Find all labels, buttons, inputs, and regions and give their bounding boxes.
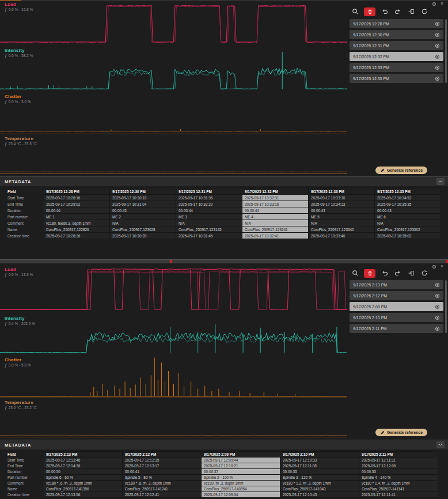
sync-button[interactable] bbox=[420, 7, 428, 16]
recording-item[interactable]: 9/17/2025 12:30 PM bbox=[350, 30, 443, 39]
metadata-cell: 2025-09-17 10:35:35 bbox=[375, 201, 441, 207]
intensity-chart[interactable]: Intensity ƒ0.0 % - 58.2 % bbox=[0, 46, 347, 92]
intensity-chart[interactable]: Intensity ƒ0.4 % - 202.0 % bbox=[0, 314, 347, 356]
metadata-grid: Field9/17/2025 12:28 PM9/17/2025 12:30 P… bbox=[5, 188, 441, 239]
metadata-column-header: 9/17/2025 2:09 PM bbox=[202, 452, 280, 458]
metadata-cell: 00:00:44 bbox=[242, 207, 309, 214]
search-button[interactable] bbox=[351, 269, 359, 278]
close-icon[interactable]: × bbox=[441, 264, 443, 269]
pencil-icon bbox=[380, 430, 385, 435]
recording-label: 9/17/2025 12:31 PM bbox=[353, 44, 389, 48]
generate-reference-label: Generate reference bbox=[387, 430, 423, 434]
target-icon[interactable] bbox=[435, 65, 440, 70]
metadata-cell: 2025-09-17 10:29:02 bbox=[44, 201, 110, 207]
metadata-cell: 00:00:41 bbox=[123, 469, 202, 475]
metadata-field-header: Field bbox=[5, 188, 44, 195]
recording-item[interactable]: 9/17/2025 12:28 PM bbox=[350, 19, 443, 28]
recording-item[interactable]: 9/17/2025 2:11 PM bbox=[350, 324, 443, 333]
target-icon[interactable] bbox=[435, 76, 440, 81]
redo-button[interactable] bbox=[393, 7, 402, 16]
settings-icon[interactable] bbox=[432, 2, 436, 6]
target-icon[interactable] bbox=[435, 326, 440, 331]
recording-label: 9/17/2025 12:33 PM bbox=[353, 66, 389, 70]
collapse-metadata-button[interactable] bbox=[436, 178, 445, 185]
target-icon[interactable] bbox=[435, 43, 440, 48]
temperature-chart[interactable]: Temperature ƒ23.4 °C - 23.5 °C bbox=[0, 134, 347, 173]
sync-icon bbox=[421, 8, 428, 15]
metadata-cell: Spindle 6 - 60 % bbox=[44, 475, 123, 481]
recordings-list: 9/17/2025 12:28 PM9/17/2025 12:30 PM9/17… bbox=[350, 19, 443, 83]
target-icon[interactable] bbox=[435, 304, 440, 309]
metadata-title: METADATA bbox=[5, 443, 448, 448]
export-icon bbox=[408, 8, 415, 15]
target-icon[interactable] bbox=[435, 293, 440, 298]
recording-item[interactable]: 9/17/2025 2:12 PM bbox=[350, 291, 443, 300]
undo-button[interactable] bbox=[380, 7, 389, 16]
metadata-cell: vc180, feed0.3, depth 1mm bbox=[44, 220, 110, 226]
search-button[interactable] bbox=[351, 7, 359, 16]
metadata-cell: 2025-09-17 12:14:36 bbox=[44, 463, 123, 469]
export-button[interactable] bbox=[407, 269, 415, 278]
metadata-cell: vc180, fn .3, depth 1mm bbox=[202, 481, 280, 486]
recording-label: 9/17/2025 12:32 PM bbox=[353, 55, 389, 59]
delete-recording-button[interactable] bbox=[364, 7, 375, 16]
target-icon[interactable] bbox=[435, 32, 440, 37]
temperature-chart[interactable]: Temperature ƒ23.0 °C - 23.2 °C bbox=[0, 398, 347, 437]
band-divider-line bbox=[0, 398, 347, 398]
delete-recording-button[interactable] bbox=[364, 269, 375, 278]
search-icon bbox=[352, 270, 359, 277]
chatter-chart[interactable]: Chatter ƒ0.0 % - 5.8 % bbox=[0, 356, 347, 398]
metadata-row-label: End Time bbox=[5, 463, 44, 469]
recording-item[interactable]: 9/17/2025 2:09 PM bbox=[350, 302, 443, 311]
target-icon[interactable] bbox=[435, 21, 440, 27]
metadata-cell: ME 4 bbox=[242, 214, 309, 220]
metadata-title: METADATA bbox=[5, 179, 448, 184]
metadata-cell: CoroPlus_250917-141356 bbox=[44, 486, 123, 492]
band-divider-line bbox=[0, 173, 347, 174]
scrollbar-thumb[interactable] bbox=[445, 19, 447, 83]
recording-label: 9/17/2025 2:09 PM bbox=[353, 305, 387, 309]
recording-item[interactable]: 9/17/2025 12:33 PM bbox=[350, 63, 443, 72]
recording-item[interactable]: 9/17/2025 2:10 PM bbox=[350, 313, 443, 322]
chatter-chart[interactable]: Chatter ƒ0.0 % - 3.0 % bbox=[0, 92, 347, 134]
metadata-cell: 2025-09-17 12:09:44 bbox=[202, 458, 280, 463]
metadata-cell: N/A bbox=[242, 220, 309, 226]
metadata-cell: 2025-09-17 12:11:08 bbox=[280, 463, 359, 469]
close-icon[interactable]: × bbox=[441, 1, 443, 6]
settings-icon[interactable] bbox=[432, 264, 436, 269]
metadata-row-label: Name bbox=[5, 486, 44, 492]
metadata-cell: 00:00:50 bbox=[44, 469, 123, 475]
sync-button[interactable] bbox=[420, 269, 428, 278]
metadata-cell: 2025-09-17 10:31:35 bbox=[176, 195, 242, 201]
redo-button[interactable] bbox=[393, 269, 402, 278]
target-icon[interactable] bbox=[435, 282, 440, 288]
metadata-cell: vc180 * .6, fn .3, depth 1mm bbox=[44, 481, 123, 486]
metadata-cell: 2025-09-17 10:33:16 bbox=[242, 201, 309, 207]
scrollbar-thumb[interactable] bbox=[445, 280, 447, 333]
target-icon[interactable] bbox=[435, 54, 440, 59]
window-controls: × bbox=[432, 1, 443, 6]
metadata-row-label: Duration bbox=[5, 207, 44, 214]
metadata-cell: 2025-09-17 12:12:41 bbox=[123, 492, 202, 498]
metadata-column-header: 9/17/2025 12:32 PM bbox=[242, 188, 309, 195]
generate-reference-button[interactable]: Generate reference bbox=[375, 167, 427, 174]
sidebar-toolbar bbox=[351, 269, 428, 278]
metadata-cell: 00:00:46 bbox=[44, 207, 110, 214]
recording-item[interactable]: 9/17/2025 12:32 PM bbox=[350, 52, 443, 61]
recording-item[interactable]: 9/17/2025 12:31 PM bbox=[350, 41, 443, 50]
metadata-cell: 2025-09-17 12:13:17 bbox=[123, 463, 202, 469]
generate-reference-button[interactable]: Generate reference bbox=[375, 429, 427, 436]
target-icon[interactable] bbox=[435, 315, 440, 320]
recording-item[interactable]: 9/17/2025 12:35 PM bbox=[350, 74, 443, 83]
metadata-column-header: 9/17/2025 12:31 PM bbox=[176, 188, 242, 195]
load-chart[interactable]: Load ƒ0.0 % - 13.3 % bbox=[0, 263, 347, 314]
metadata-column-header: 9/17/2025 12:28 PM bbox=[44, 188, 110, 195]
export-button[interactable] bbox=[407, 7, 415, 16]
metadata-cell: CoroPlus_250917-123340 bbox=[309, 226, 375, 233]
recording-item[interactable]: 9/17/2025 2:13 PM bbox=[350, 280, 443, 289]
load-chart[interactable]: Load ƒ0.0 % - 15.3 % bbox=[0, 0, 347, 46]
undo-button[interactable] bbox=[380, 269, 389, 278]
metadata-row-label: Creation time bbox=[5, 233, 44, 239]
collapse-metadata-button[interactable] bbox=[436, 441, 445, 448]
sync-icon bbox=[421, 270, 428, 277]
